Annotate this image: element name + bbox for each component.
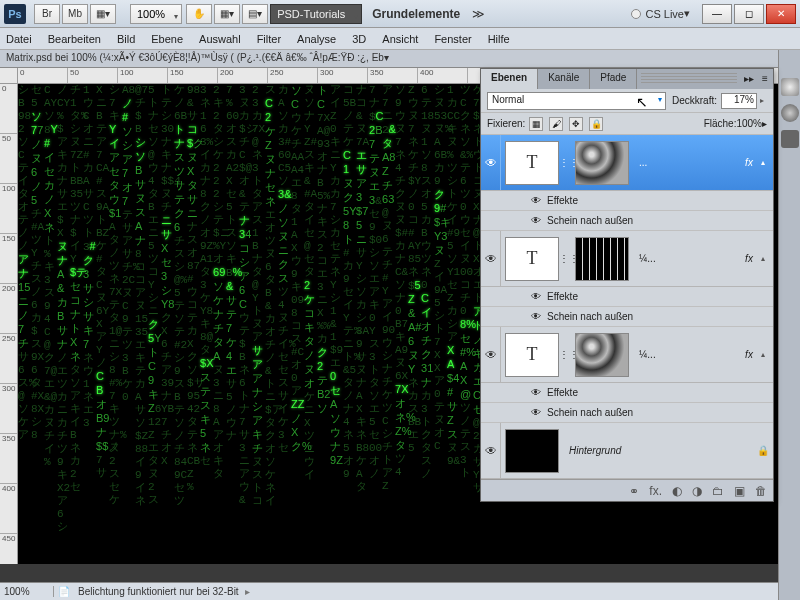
opacity-slider-toggle[interactable]: ▸ [757, 96, 767, 105]
fx-outer-glow[interactable]: Schein nach außen [543, 407, 633, 418]
visibility-toggle[interactable]: 👁 [481, 327, 501, 382]
fx-collapse-arrow[interactable]: ▴ [761, 350, 773, 359]
fx-effects-label[interactable]: Effekte [543, 195, 578, 206]
cs-live-label: CS Live [645, 8, 684, 20]
document-tab[interactable]: Matrix.psd bei 100% (¼:xÃ•Ý €3ôÚ€ýÈ8¦!Å)… [0, 50, 778, 68]
maximize-button[interactable]: ◻ [734, 4, 764, 24]
tab-pfade[interactable]: Pfade [590, 69, 637, 89]
link-layers-icon[interactable]: ⚭ [629, 484, 639, 498]
menu-fenster[interactable]: Fenster [434, 33, 471, 45]
layer-name[interactable]: Hintergrund [563, 445, 753, 456]
dock-icon-1[interactable] [781, 78, 799, 96]
grid-button[interactable]: ▤▾ [242, 4, 268, 24]
layer-row-2[interactable]: 👁 T ⋮⋮ ¼... fx ▴ [481, 231, 773, 287]
ruler-vertical: 050100150200250300350400450 [0, 84, 18, 564]
fill-slider-toggle[interactable]: ▸ [762, 118, 767, 129]
visibility-toggle[interactable]: 👁 [481, 135, 501, 190]
dock-icon-2[interactable] [781, 104, 799, 122]
panel-footer: ⚭ fx. ◐ ◑ 🗀 ▣ 🗑 [481, 479, 773, 501]
layer-name[interactable]: ¼... [633, 253, 737, 264]
layer-thumbnail[interactable]: T [505, 333, 559, 377]
layer-fx-badge[interactable]: fx [737, 157, 761, 168]
fill-input[interactable]: 100% [736, 118, 762, 129]
lock-paint-icon[interactable]: 🖌 [549, 117, 563, 131]
new-adjustment-icon[interactable]: ◑ [692, 484, 702, 498]
menu-ebene[interactable]: Ebene [151, 33, 183, 45]
menu-hilfe[interactable]: Hilfe [488, 33, 510, 45]
menu-filter[interactable]: Filter [257, 33, 281, 45]
new-group-icon[interactable]: 🗀 [712, 484, 724, 498]
layer-mask-thumbnail[interactable] [575, 237, 629, 281]
blend-mode-select[interactable]: Normal [487, 92, 666, 110]
fx-collapse-arrow[interactable]: ▴ [761, 254, 773, 263]
menu-bearbeiten[interactable]: Bearbeiten [48, 33, 101, 45]
mask-link-icon[interactable]: ⋮⋮ [563, 158, 575, 168]
layer-fx-badge[interactable]: fx [737, 253, 761, 264]
add-mask-icon[interactable]: ◐ [672, 484, 682, 498]
arrange-button[interactable]: ▦▾ [214, 4, 240, 24]
panel-collapse[interactable]: ▸▸ [741, 69, 757, 89]
layer-mask-thumbnail[interactable] [575, 141, 629, 185]
visibility-toggle[interactable]: 👁 [481, 231, 501, 286]
workspace-psd-tutorials[interactable]: PSD-Tutorials [270, 4, 362, 24]
layer-mask-thumbnail[interactable] [575, 333, 629, 377]
opacity-label: Deckkraft: [672, 95, 717, 106]
mask-link-icon[interactable]: ⋮⋮ [563, 350, 575, 360]
layer-thumbnail[interactable] [505, 429, 559, 473]
lock-all-icon[interactable]: 🔒 [589, 117, 603, 131]
opacity-input[interactable]: 17% [721, 93, 757, 109]
menu-ansicht[interactable]: Ansicht [382, 33, 418, 45]
status-bar: 100% 📄 Belichtung funktioniert nur bei 3… [0, 582, 778, 600]
tab-kanale[interactable]: Kanäle [538, 69, 590, 89]
menu-analyse[interactable]: Analyse [297, 33, 336, 45]
menu-3d[interactable]: 3D [352, 33, 366, 45]
workspace-grundelemente[interactable]: Grundelemente [372, 7, 460, 21]
fx-outer-glow[interactable]: Schein nach außen [543, 311, 633, 322]
zoom-select[interactable]: 100% [130, 4, 182, 24]
status-zoom[interactable]: 100% [4, 586, 54, 597]
fx-outer-glow[interactable]: Schein nach außen [543, 215, 633, 226]
screen-mode-button[interactable]: ▦▾ [90, 4, 116, 24]
layer-thumbnail[interactable]: T [505, 237, 559, 281]
right-dock [778, 50, 800, 600]
menu-auswahl[interactable]: Auswahl [199, 33, 241, 45]
dock-icon-3[interactable] [781, 130, 799, 148]
add-fx-icon[interactable]: fx. [649, 484, 662, 498]
panel-grip[interactable] [641, 73, 737, 85]
cs-live-button[interactable]: CS Live ▾ [631, 7, 690, 20]
fx-effects-label[interactable]: Effekte [543, 387, 578, 398]
layer-name[interactable]: ... [633, 157, 737, 168]
menu-bar: Datei Bearbeiten Bild Ebene Auswahl Filt… [0, 28, 800, 50]
fx-collapse-arrow[interactable]: ▴ [761, 158, 773, 167]
minibridge-button[interactable]: Mb [62, 4, 88, 24]
fill-label: Fläche: [704, 118, 737, 129]
layers-panel: Ebenen Kanäle Pfade ▸▸ ≡ Normal Deckkraf… [480, 68, 774, 502]
bridge-button[interactable]: Br [34, 4, 60, 24]
hand-tool-button[interactable]: ✋ [186, 4, 212, 24]
lock-move-icon[interactable]: ✥ [569, 117, 583, 131]
minimize-button[interactable]: — [702, 4, 732, 24]
close-button[interactable]: ✕ [766, 4, 796, 24]
status-message: Belichtung funktioniert nur bei 32-Bit [70, 586, 239, 597]
menu-bild[interactable]: Bild [117, 33, 135, 45]
delete-layer-icon[interactable]: 🗑 [755, 484, 767, 498]
layer-row-1[interactable]: 👁 T ⋮⋮ ... fx ▴ [481, 135, 773, 191]
layer-fx-badge[interactable]: fx [737, 349, 761, 360]
lock-icon: 🔒 [753, 445, 773, 456]
fx-effects-label[interactable]: Effekte [543, 291, 578, 302]
mask-link-icon[interactable]: ⋮⋮ [563, 254, 575, 264]
layer-row-3[interactable]: 👁 T ⋮⋮ ¼... fx ▴ [481, 327, 773, 383]
menu-datei[interactable]: Datei [6, 33, 32, 45]
layer-name[interactable]: ¼... [633, 349, 737, 360]
ruler-corner [0, 68, 18, 84]
visibility-toggle[interactable]: 👁 [481, 423, 501, 478]
layer-row-background[interactable]: 👁 Hintergrund 🔒 [481, 423, 773, 479]
panel-menu[interactable]: ≡ [757, 69, 773, 89]
lock-transparent-icon[interactable]: ▦ [529, 117, 543, 131]
lock-label: Fixieren: [487, 118, 525, 129]
layer-thumbnail[interactable]: T [505, 141, 559, 185]
new-layer-icon[interactable]: ▣ [734, 484, 745, 498]
workspace-more[interactable]: ≫ [472, 7, 485, 21]
tab-ebenen[interactable]: Ebenen [481, 69, 538, 89]
title-bar: Ps Br Mb ▦▾ 100% ✋ ▦▾ ▤▾ PSD-Tutorials G… [0, 0, 800, 28]
